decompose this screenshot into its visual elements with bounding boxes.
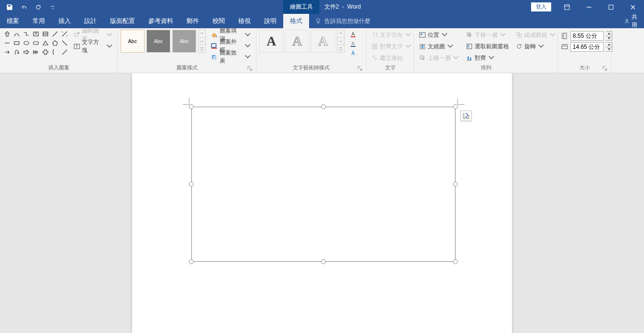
resize-handle-br[interactable] bbox=[453, 259, 458, 264]
maximize-button[interactable] bbox=[600, 0, 622, 14]
shape-line2-icon[interactable] bbox=[60, 30, 69, 38]
svg-rect-30 bbox=[467, 56, 469, 60]
send-backward-button[interactable]: 下移一層 bbox=[464, 30, 511, 40]
shape-textbox-icon[interactable] bbox=[32, 30, 40, 38]
shape-triangle-icon[interactable] bbox=[41, 39, 50, 47]
dialog-launcher-shape-styles[interactable] bbox=[247, 66, 252, 71]
redo-button[interactable] bbox=[33, 1, 44, 13]
shape-textbox2-icon[interactable] bbox=[41, 30, 50, 38]
width-up[interactable] bbox=[606, 43, 612, 47]
shape-diagline-icon[interactable] bbox=[60, 39, 69, 47]
tab-design[interactable]: 設計 bbox=[78, 14, 103, 28]
shape-height-input[interactable] bbox=[570, 31, 604, 41]
wordart-gallery[interactable]: A A A bbox=[259, 30, 344, 53]
wordart-style-3[interactable]: A bbox=[311, 30, 335, 53]
login-button[interactable]: 登入 bbox=[531, 2, 551, 11]
shape-up-arrow-icon[interactable] bbox=[3, 30, 11, 38]
align-text-button[interactable]: 對齊文字 bbox=[369, 41, 413, 52]
position-button[interactable]: 位置 bbox=[417, 30, 461, 40]
document-area[interactable] bbox=[0, 73, 644, 333]
window-controls: 登入 bbox=[531, 0, 644, 14]
shape-effects-button[interactable]: 圖案效果 bbox=[209, 52, 253, 62]
qat-customize-button[interactable] bbox=[47, 1, 58, 13]
layout-options-button[interactable] bbox=[460, 111, 472, 121]
close-button[interactable] bbox=[622, 0, 644, 14]
gallery-scroll-up[interactable] bbox=[199, 30, 205, 38]
selected-shape[interactable] bbox=[191, 107, 455, 262]
wa-more[interactable] bbox=[337, 45, 344, 52]
tab-insert[interactable]: 插入 bbox=[52, 14, 78, 28]
resize-handle-bm[interactable] bbox=[321, 259, 326, 264]
shape-style-3[interactable]: Abc bbox=[172, 30, 196, 53]
wrap-text-button[interactable]: 文繞圖 bbox=[417, 41, 461, 52]
resize-handle-tr[interactable] bbox=[453, 104, 458, 109]
dialog-launcher-wordart[interactable] bbox=[357, 66, 362, 71]
tab-review[interactable]: 校閱 bbox=[206, 14, 232, 28]
tab-view[interactable]: 檢視 bbox=[232, 14, 257, 28]
shape-plus-icon[interactable] bbox=[41, 48, 50, 56]
align-button[interactable]: 對齊 bbox=[464, 53, 511, 63]
shape-blockarrow-icon[interactable] bbox=[22, 48, 31, 56]
shape-line-icon[interactable] bbox=[51, 30, 59, 38]
shape-diagline2-icon[interactable] bbox=[60, 48, 69, 56]
save-button[interactable] bbox=[4, 1, 15, 13]
width-down[interactable] bbox=[606, 47, 612, 52]
wa-scroll-up[interactable] bbox=[337, 30, 344, 38]
create-link-button[interactable]: 建立連結 bbox=[369, 53, 413, 63]
tab-home[interactable]: 常用 bbox=[26, 14, 52, 28]
tab-help[interactable]: 說明 bbox=[257, 14, 283, 28]
group-objects-button[interactable]: 組成群組 bbox=[514, 30, 558, 40]
bring-forward-button[interactable]: 上移一層 bbox=[417, 53, 461, 63]
selection-pane-button[interactable]: 選取範圍窗格 bbox=[464, 41, 511, 52]
shape-curve-icon[interactable] bbox=[12, 30, 21, 38]
tab-mail[interactable]: 郵件 bbox=[180, 14, 206, 28]
shape-width-input[interactable] bbox=[570, 42, 604, 52]
tab-layout[interactable]: 版面配置 bbox=[103, 14, 142, 28]
text-direction-button[interactable]: 文字方向 bbox=[369, 30, 413, 40]
rectangle-shape[interactable] bbox=[191, 107, 455, 262]
group-arrange: 位置 文繞圖 上移一層 下移一層 選取範圍窗格 對齊 組成群組 旋轉 排列 bbox=[414, 28, 558, 73]
gallery-more[interactable] bbox=[199, 45, 205, 52]
page[interactable] bbox=[132, 73, 512, 333]
text-outline-button[interactable] bbox=[346, 39, 360, 48]
ribbon-display-options-button[interactable] bbox=[556, 0, 578, 14]
resize-handle-ml[interactable] bbox=[189, 182, 194, 187]
shape-oval-icon[interactable] bbox=[22, 39, 31, 47]
resize-handle-tl[interactable] bbox=[189, 104, 194, 109]
align-icon bbox=[466, 55, 473, 61]
text-effects-button[interactable] bbox=[346, 49, 360, 57]
text-box-button[interactable]: 文字方塊 bbox=[72, 41, 114, 52]
wordart-style-2[interactable]: A bbox=[285, 30, 309, 53]
shape-bracket-icon[interactable] bbox=[51, 48, 59, 56]
resize-handle-tm[interactable] bbox=[321, 104, 326, 109]
shape-roundrect-icon[interactable] bbox=[32, 39, 40, 47]
undo-button[interactable] bbox=[18, 1, 30, 13]
shape-arrow-icon[interactable] bbox=[3, 48, 11, 56]
resize-handle-mr[interactable] bbox=[453, 182, 458, 187]
wordart-style-1[interactable]: A bbox=[259, 30, 283, 53]
tab-file[interactable]: 檔案 bbox=[0, 14, 26, 28]
shape-pentagon-icon[interactable] bbox=[51, 39, 59, 47]
height-up[interactable] bbox=[606, 32, 612, 36]
gallery-scroll-down[interactable] bbox=[199, 38, 205, 45]
shape-rect-icon[interactable] bbox=[12, 39, 21, 47]
shape-style-1[interactable]: Abc bbox=[121, 30, 144, 53]
minimize-button[interactable] bbox=[578, 0, 600, 14]
shapes-gallery[interactable] bbox=[3, 30, 69, 56]
shape-uturn-icon[interactable] bbox=[12, 48, 21, 56]
height-down[interactable] bbox=[606, 36, 612, 41]
tab-references[interactable]: 參考資料 bbox=[142, 14, 180, 28]
share-button[interactable]: 共用 bbox=[617, 14, 644, 28]
tell-me-search[interactable]: 告訴我您想做什麼 bbox=[309, 14, 376, 28]
resize-handle-bl[interactable] bbox=[189, 259, 194, 264]
rotate-button[interactable]: 旋轉 bbox=[514, 41, 558, 52]
text-fill-button[interactable] bbox=[346, 30, 360, 38]
tab-format[interactable]: 格式 bbox=[283, 14, 309, 28]
shape-connector-icon[interactable] bbox=[22, 30, 31, 38]
wa-scroll-down[interactable] bbox=[337, 38, 344, 45]
shape-chevron-icon[interactable] bbox=[32, 48, 40, 56]
shape-line3-icon[interactable] bbox=[3, 39, 11, 47]
shape-style-gallery[interactable]: Abc Abc Abc bbox=[121, 30, 206, 53]
shape-style-2[interactable]: Abc bbox=[146, 30, 170, 53]
dialog-launcher-size[interactable] bbox=[602, 66, 607, 71]
